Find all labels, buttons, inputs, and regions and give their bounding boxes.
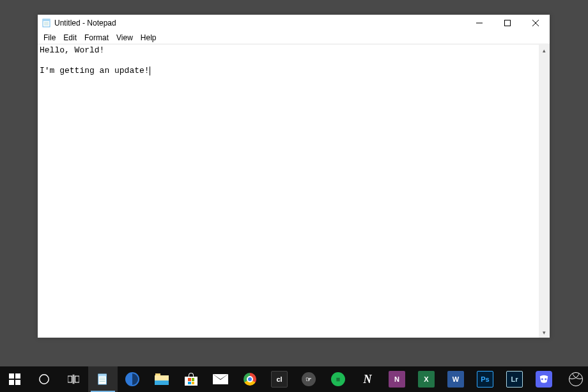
taskbar-app-onenote[interactable]: N (382, 366, 412, 392)
excel-icon: X (418, 371, 435, 388)
file-explorer-icon (155, 373, 169, 385)
text-line: Hello, World! (40, 45, 104, 55)
cortana-icon (38, 373, 50, 385)
scroll-down-arrow-icon[interactable]: ▾ (539, 327, 550, 338)
discord-icon (536, 371, 552, 388)
xbox-icon (569, 372, 583, 386)
cortana-button[interactable] (29, 366, 59, 392)
notepad-taskbar-icon (97, 373, 109, 385)
notepad-window: Untitled - Notepad File Edit Format View… (38, 15, 550, 338)
svg-point-12 (40, 375, 49, 384)
task-view-button[interactable] (59, 366, 88, 392)
taskbar-app-store[interactable] (176, 366, 206, 392)
svg-rect-9 (15, 373, 20, 379)
taskbar: cl ☞ ≡ N N X W Ps Lr (0, 366, 588, 392)
photoshop-icon: Ps (477, 371, 493, 388)
taskbar-app-photoshop[interactable]: Ps (470, 366, 500, 392)
store-icon (184, 373, 198, 386)
menu-view[interactable]: View (112, 33, 137, 43)
taskbar-app-spotify[interactable]: ≡ (323, 366, 353, 392)
taskbar-app-excel[interactable]: X (412, 366, 441, 392)
scroll-up-arrow-icon[interactable]: ▴ (539, 45, 550, 56)
taskbar-app-word[interactable]: W (441, 366, 470, 392)
chrome-icon (244, 373, 256, 386)
edge-icon (125, 372, 139, 386)
text-editor[interactable]: Hello, World! I'm getting an update! (38, 45, 539, 338)
text-line: I'm getting an update! (40, 66, 150, 75)
spotify-icon: ≡ (331, 372, 345, 386)
taskbar-app-discord[interactable] (529, 366, 559, 392)
word-icon: W (447, 371, 464, 388)
menu-format[interactable]: Format (81, 33, 112, 43)
onenote-icon: N (389, 371, 405, 388)
titlebar[interactable]: Untitled - Notepad (38, 15, 550, 31)
taskbar-app-file-explorer[interactable] (147, 366, 176, 392)
clion-icon: cl (271, 371, 288, 388)
mail-icon (213, 374, 228, 384)
menubar: File Edit Format View Help (38, 31, 550, 44)
svg-point-23 (545, 379, 546, 380)
start-button[interactable] (0, 366, 29, 392)
svg-point-22 (541, 379, 543, 380)
svg-rect-8 (9, 373, 14, 379)
window-title: Untitled - Notepad (54, 19, 116, 27)
taskbar-app-mail[interactable] (206, 366, 235, 392)
vertical-scrollbar[interactable]: ▴ ▾ (539, 45, 550, 338)
taskbar-app-clion[interactable]: cl (265, 366, 294, 392)
netbeans-icon: N (359, 371, 376, 388)
editor-area: Hello, World! I'm getting an update! ▴ ▾ (38, 44, 550, 338)
taskbar-app-netbeans[interactable]: N (353, 366, 382, 392)
taskbar-app-edge[interactable] (118, 366, 147, 392)
notepad-app-icon (42, 18, 52, 28)
lightroom-icon: Lr (506, 371, 523, 388)
svg-rect-11 (15, 380, 20, 385)
task-view-icon (68, 373, 79, 385)
text-cursor (150, 67, 150, 75)
minimize-button[interactable] (465, 15, 493, 31)
windows-icon (9, 373, 20, 385)
menu-help[interactable]: Help (137, 33, 160, 43)
svg-rect-13 (68, 376, 72, 382)
grammarly-icon: ☞ (302, 372, 316, 386)
taskbar-app-chrome[interactable] (235, 366, 265, 392)
taskbar-app-grammarly[interactable]: ☞ (294, 366, 323, 392)
svg-rect-18 (98, 374, 107, 377)
svg-rect-14 (75, 376, 79, 382)
maximize-button[interactable] (493, 15, 522, 31)
taskbar-app-xbox[interactable] (564, 366, 588, 392)
taskbar-app-notepad[interactable] (88, 366, 118, 392)
taskbar-app-lightroom[interactable]: Lr (500, 366, 529, 392)
menu-file[interactable]: File (40, 33, 59, 43)
menu-edit[interactable]: Edit (59, 33, 81, 43)
svg-rect-5 (505, 20, 511, 26)
close-button[interactable] (522, 15, 550, 31)
svg-rect-10 (9, 380, 14, 385)
